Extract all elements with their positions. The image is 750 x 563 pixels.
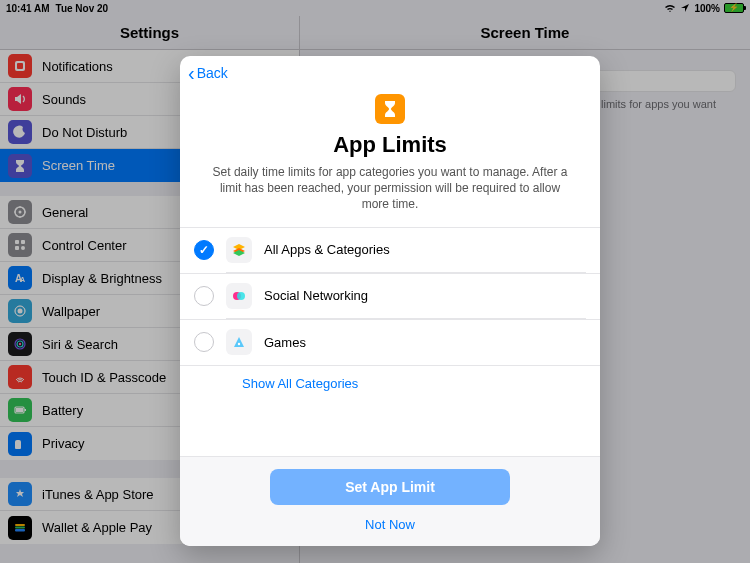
set-app-limit-button[interactable]: Set App Limit — [270, 469, 510, 505]
category-row[interactable]: Social Networking — [180, 273, 600, 319]
show-all-categories-button[interactable]: Show All Categories — [180, 365, 600, 401]
category-list: All Apps & CategoriesSocial NetworkingGa… — [180, 227, 600, 365]
svg-point-24 — [238, 343, 240, 345]
category-radio[interactable] — [194, 286, 214, 306]
social-icon — [226, 283, 252, 309]
svg-point-23 — [237, 292, 245, 300]
back-button[interactable]: ‹ Back — [188, 63, 228, 83]
category-label: Games — [264, 335, 306, 350]
category-row[interactable]: Games — [180, 319, 600, 365]
category-label: Social Networking — [264, 288, 368, 303]
category-label: All Apps & Categories — [264, 242, 390, 257]
stack-icon — [226, 237, 252, 263]
modal-title: App Limits — [206, 132, 574, 158]
games-icon — [226, 329, 252, 355]
back-label: Back — [197, 65, 228, 81]
hourglass-icon — [375, 94, 405, 124]
modal-description: Set daily time limits for app categories… — [206, 164, 574, 213]
not-now-button[interactable]: Not Now — [357, 513, 423, 536]
category-row[interactable]: All Apps & Categories — [180, 227, 600, 273]
app-limits-modal: ‹ Back App Limits Set daily time limits … — [180, 56, 600, 546]
category-radio[interactable] — [194, 332, 214, 352]
category-radio[interactable] — [194, 240, 214, 260]
chevron-left-icon: ‹ — [188, 63, 195, 83]
